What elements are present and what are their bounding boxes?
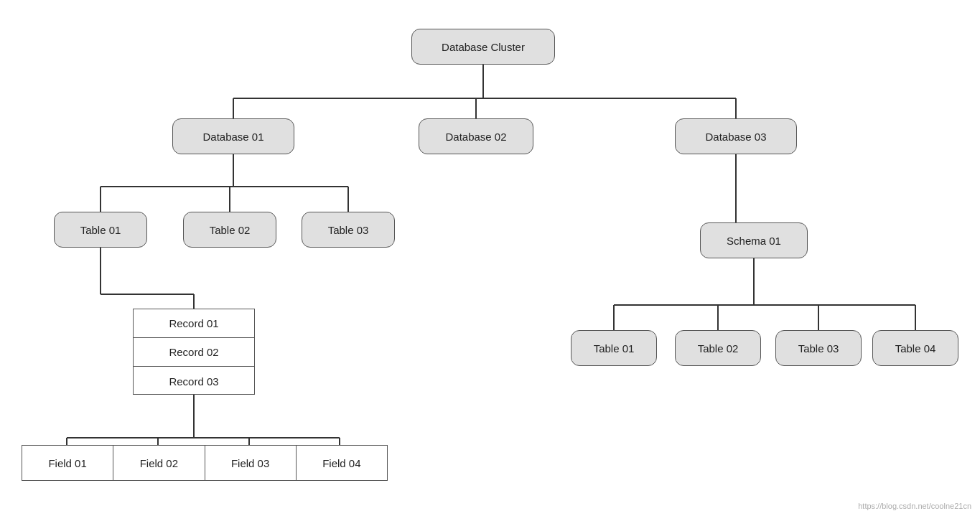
field-04: Field 04: [297, 446, 387, 480]
db01-table01-label: Table 01: [80, 224, 121, 236]
db01-table02-node: Table 02: [183, 212, 276, 248]
db01-table03-node: Table 03: [302, 212, 395, 248]
record-02: Record 02: [134, 338, 254, 367]
field-04-label: Field 04: [322, 457, 360, 469]
db03-table04-node: Table 04: [872, 330, 958, 366]
db01-table01-node: Table 01: [54, 212, 147, 248]
db01-table02-label: Table 02: [210, 224, 251, 236]
db01-label: Database 01: [202, 131, 263, 143]
db03-table01-label: Table 01: [594, 342, 635, 355]
field-02-label: Field 02: [140, 457, 178, 469]
diagram: Database Cluster Database 01 Database 02…: [0, 0, 980, 516]
connectors: [0, 0, 980, 516]
field-01-label: Field 01: [48, 457, 86, 469]
watermark: https://blog.csdn.net/coolne21cn: [858, 502, 971, 510]
record-03-label: Record 03: [169, 375, 218, 388]
watermark-text: https://blog.csdn.net/coolne21cn: [858, 502, 971, 510]
db03-table03-node: Table 03: [775, 330, 862, 366]
record-03: Record 03: [134, 367, 254, 395]
db03-table02-node: Table 02: [675, 330, 761, 366]
field-02: Field 02: [113, 446, 205, 480]
db03-table04-label: Table 04: [895, 342, 936, 355]
db02-label: Database 02: [445, 131, 506, 143]
records-group: Record 01 Record 02 Record 03: [133, 309, 255, 395]
fields-group: Field 01 Field 02 Field 03 Field 04: [22, 445, 388, 481]
record-01-label: Record 01: [169, 317, 218, 329]
schema01-node: Schema 01: [700, 222, 808, 258]
record-01: Record 01: [134, 309, 254, 338]
db03-node: Database 03: [675, 118, 797, 154]
db03-label: Database 03: [705, 131, 766, 143]
db-cluster-node: Database Cluster: [411, 29, 555, 65]
db01-node: Database 01: [172, 118, 294, 154]
db02-node: Database 02: [419, 118, 533, 154]
field-03-label: Field 03: [231, 457, 269, 469]
schema01-label: Schema 01: [727, 235, 781, 247]
db03-table02-label: Table 02: [698, 342, 739, 355]
record-02-label: Record 02: [169, 346, 218, 358]
field-01: Field 01: [22, 446, 113, 480]
db03-table03-label: Table 03: [798, 342, 839, 355]
db03-table01-node: Table 01: [571, 330, 657, 366]
db-cluster-label: Database Cluster: [442, 41, 525, 53]
db01-table03-label: Table 03: [328, 224, 369, 236]
field-03: Field 03: [205, 446, 297, 480]
